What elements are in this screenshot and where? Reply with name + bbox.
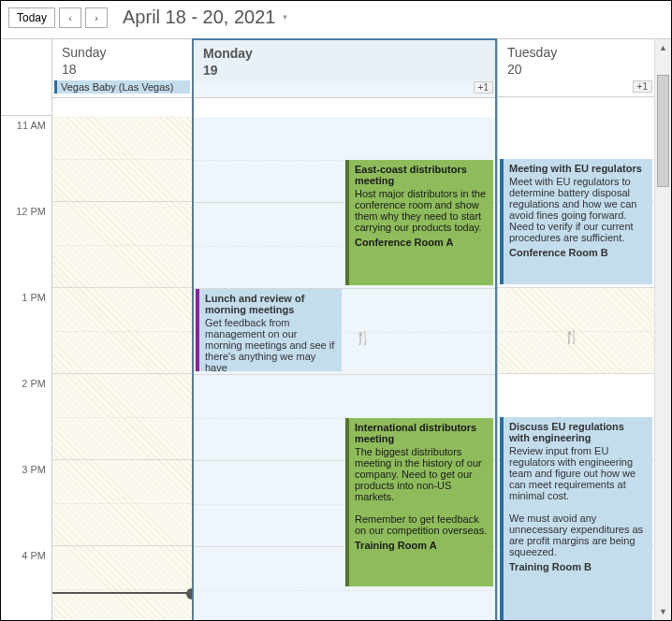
event-location: Training Room B [509, 561, 647, 572]
day-name: Monday [194, 40, 495, 63]
allday-row: Vegas Baby (Las Vegas) [52, 80, 192, 98]
time-label: 11 AM [17, 120, 46, 131]
day-body[interactable]: 🍴 Meeting with EU regulators Meet with E… [498, 116, 654, 620]
allday-row: +1 [498, 80, 654, 97]
prev-button[interactable]: ‹ [59, 7, 81, 28]
calendar-grid: 11 AM 12 PM 1 PM 2 PM 3 PM 4 PM Sunday 1… [1, 38, 654, 620]
event-desc: Get feedback from management on our morn… [205, 317, 336, 371]
overflow-badge[interactable]: +1 [633, 80, 652, 93]
time-gutter: 11 AM 12 PM 1 PM 2 PM 3 PM 4 PM [1, 38, 51, 620]
day-column-tuesday[interactable]: Tuesday 20 +1 🍴 Meeting with EU regulato… [497, 38, 654, 620]
day-columns: Sunday 18 Vegas Baby (Las Vegas) Monday … [51, 38, 654, 620]
event-title: Lunch and review of morning meetings [205, 293, 336, 315]
date-range-label[interactable]: April 18 - 20, 2021 ▼ [123, 7, 288, 28]
date-range-text: April 18 - 20, 2021 [123, 7, 275, 28]
allday-event[interactable]: Vegas Baby (Las Vegas) [54, 80, 190, 94]
scroll-down-icon[interactable]: ▼ [655, 603, 671, 620]
day-number: 18 [52, 62, 192, 80]
event-eastcoast[interactable]: East-coast distributors meeting Host maj… [345, 160, 493, 285]
day-column-sunday[interactable]: Sunday 18 Vegas Baby (Las Vegas) [51, 38, 192, 620]
time-label: 2 PM [22, 378, 46, 389]
day-number: 20 [498, 62, 654, 80]
time-label: 12 PM [16, 206, 46, 217]
event-desc: Review input from EU regulators with eng… [509, 445, 647, 557]
day-column-monday[interactable]: Monday 19 +1 🍴 Lunch and review of morni… [192, 38, 497, 620]
day-number: 19 [194, 63, 495, 81]
day-body[interactable]: 🍴 Lunch and review of morning meetings G… [194, 117, 495, 620]
event-title: Discuss EU regulations with engineering [509, 421, 647, 443]
event-desc: Meet with EU regulators to determine bat… [509, 176, 647, 243]
chevron-down-icon: ▼ [281, 13, 288, 22]
next-button[interactable]: › [85, 7, 108, 28]
meal-icon: 🍴 [355, 330, 371, 345]
event-location: Training Room A [355, 540, 488, 551]
vertical-scrollbar[interactable]: ▲ ▼ [654, 38, 671, 620]
time-label: 3 PM [22, 464, 46, 475]
current-time-indicator [52, 592, 192, 594]
event-title: Meeting with EU regulators [509, 163, 647, 174]
scroll-thumb[interactable] [657, 75, 669, 187]
event-lunch[interactable]: Lunch and review of morning meetings Get… [196, 289, 342, 371]
day-name: Tuesday [498, 39, 654, 62]
time-label: 4 PM [22, 550, 46, 561]
event-desc: The biggest distributors meeting in the … [355, 446, 488, 536]
time-label: 1 PM [22, 292, 46, 303]
day-name: Sunday [52, 39, 192, 62]
event-international[interactable]: International distributors meeting The b… [345, 418, 493, 586]
event-eu-regulators[interactable]: Meeting with EU regulators Meet with EU … [500, 159, 652, 284]
event-desc: Host major distributors in the conferenc… [355, 188, 488, 233]
event-eu-engineering[interactable]: Discuss EU regulations with engineering … [500, 417, 652, 621]
toolbar: Today ‹ › April 18 - 20, 2021 ▼ [1, 1, 671, 34]
meal-icon: 🍴 [563, 329, 579, 344]
event-location: Conference Room A [355, 237, 488, 248]
overflow-badge[interactable]: +1 [474, 81, 493, 94]
day-body[interactable] [52, 116, 192, 620]
scroll-up-icon[interactable]: ▲ [655, 39, 671, 56]
allday-row: +1 [194, 81, 495, 98]
today-button[interactable]: Today [8, 7, 55, 28]
event-location: Conference Room B [509, 247, 647, 258]
calendar-app: Today ‹ › April 18 - 20, 2021 ▼ 11 AM 12… [0, 0, 672, 621]
event-title: International distributors meeting [355, 422, 488, 444]
event-title: East-coast distributors meeting [355, 164, 488, 186]
